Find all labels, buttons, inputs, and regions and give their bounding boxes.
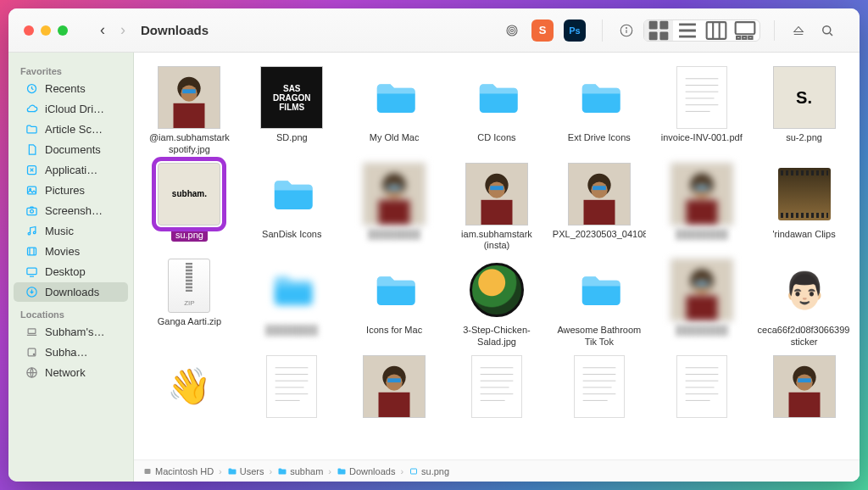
document-icon <box>266 355 317 418</box>
svg-rect-17 <box>737 36 740 39</box>
image-thumb <box>363 163 426 226</box>
svg-rect-97 <box>575 356 624 417</box>
file-item[interactable]: S.su-2.png <box>754 64 854 158</box>
airdrop-icon[interactable] <box>500 20 524 41</box>
image-thumb: SAS DRAGON FILMS <box>260 66 323 129</box>
back-button[interactable]: ‹ <box>100 21 105 39</box>
file-name: @iam.subhamstark spotify.jpg <box>142 132 236 156</box>
file-item[interactable] <box>344 354 445 423</box>
file-item[interactable]: 👋 <box>139 354 240 423</box>
path-segment[interactable]: subham <box>277 466 323 476</box>
file-item[interactable]: invoice-INV-001.pdf <box>651 64 752 158</box>
path-segment[interactable]: Macintosh HD <box>142 466 214 476</box>
file-item[interactable]: ████████ <box>651 257 752 350</box>
sidebar-item-screensh[interactable]: Screensh… <box>14 201 128 220</box>
sidebar-item-subhams[interactable]: Subham's… <box>14 322 128 342</box>
file-item[interactable]: CD Icons <box>447 64 548 158</box>
svg-rect-18 <box>743 36 746 39</box>
sidebar-item-recents[interactable]: Recents <box>14 79 128 98</box>
list-view-button[interactable] <box>673 20 702 41</box>
svg-rect-31 <box>28 248 36 255</box>
document-icon <box>676 355 727 418</box>
minimize-window-button[interactable] <box>41 25 51 36</box>
file-item[interactable] <box>242 354 342 423</box>
file-item[interactable]: ████████ <box>242 257 342 350</box>
file-item[interactable] <box>651 354 752 423</box>
path-segment[interactable]: su.png <box>409 466 449 476</box>
folder-icon <box>260 163 323 226</box>
sidebar-item-label: Recents <box>45 82 86 95</box>
svg-rect-104 <box>677 356 726 417</box>
file-item[interactable]: PXL_20230503_04108900.jpg <box>548 161 649 254</box>
svg-rect-13 <box>707 22 726 39</box>
gallery-view-button[interactable] <box>731 20 760 41</box>
image-thumb <box>670 259 733 321</box>
fullscreen-window-button[interactable] <box>58 25 68 36</box>
sidebar-item-music[interactable]: Music <box>14 221 128 241</box>
sidebar-item-label: Movies <box>45 245 80 258</box>
file-item[interactable] <box>548 354 649 423</box>
icon-view-button[interactable] <box>644 20 673 41</box>
file-item[interactable] <box>754 354 854 423</box>
column-view-button[interactable] <box>702 20 731 41</box>
file-name: Icons for Mac <box>366 325 422 337</box>
svg-rect-16 <box>736 22 755 34</box>
file-item[interactable]: ████████ <box>344 161 445 254</box>
file-name: ceca66f2d08f3066399…-sticker <box>758 325 851 348</box>
sidebar-item-label: Pictures <box>45 184 85 197</box>
svg-rect-114 <box>798 378 811 382</box>
image-thumb <box>363 355 426 418</box>
view-switcher <box>643 19 760 42</box>
sidebar-item-articlesc[interactable]: Article Sc… <box>14 120 128 139</box>
sidebar-item-applicati[interactable]: Applicati… <box>14 160 128 180</box>
close-window-button[interactable] <box>24 25 34 36</box>
svg-point-0 <box>511 29 514 31</box>
file-item[interactable]: 'rindawan Clips <box>754 161 854 254</box>
app-icon-photoshop[interactable]: Ps <box>564 19 586 42</box>
path-segment[interactable]: Users <box>227 466 264 476</box>
nav-arrows: ‹ › <box>100 21 125 39</box>
file-item[interactable]: Icons for Mac <box>344 257 445 350</box>
file-name: su-2.png <box>786 132 822 144</box>
path-segment[interactable]: Downloads <box>337 466 395 476</box>
file-name: ████████ <box>676 229 728 241</box>
info-button[interactable] <box>615 20 638 41</box>
file-item[interactable]: iam.subhamstark (insta) <box>447 161 548 254</box>
sidebar-item-subha[interactable]: Subha… <box>14 342 128 362</box>
chevron-right-icon: › <box>400 466 403 476</box>
file-item[interactable]: ████████ <box>651 161 752 254</box>
file-item[interactable]: SAS DRAGON FILMSSD.png <box>242 64 342 158</box>
file-item[interactable]: ZIPGanga Aarti.zip <box>139 257 240 350</box>
sidebar-item-label: Applicati… <box>45 164 97 176</box>
search-icon[interactable] <box>815 20 839 41</box>
sidebar-item-desktop[interactable]: Desktop <box>14 262 128 281</box>
sidebar-item-documents[interactable]: Documents <box>14 140 128 159</box>
sidebar-item-label: Article Sc… <box>45 123 103 136</box>
sidebar-item-movies[interactable]: Movies <box>14 242 128 261</box>
sidebar-item-label: Music <box>45 225 74 237</box>
file-item[interactable]: Awesome Bathroom Tik Tok <box>548 257 649 350</box>
forward-button[interactable]: › <box>120 21 125 39</box>
app-icon-s[interactable]: S <box>531 19 554 42</box>
sidebar-item-network[interactable]: Network <box>14 363 128 382</box>
folder-icon <box>773 163 836 226</box>
content-area: @iam.subhamstark spotify.jpgSAS DRAGON F… <box>134 53 860 482</box>
sidebar-item-pictures[interactable]: Pictures <box>14 181 128 200</box>
file-name: CD Icons <box>477 132 515 144</box>
image-thumb <box>670 163 733 226</box>
sidebar-item-iclouddri[interactable]: iCloud Dri… <box>14 99 128 119</box>
file-item[interactable]: @iam.subhamstark spotify.jpg <box>139 64 240 158</box>
file-item[interactable]: SanDisk Icons <box>242 161 342 254</box>
file-item[interactable]: subham.su.png <box>139 161 240 254</box>
file-item[interactable]: Ext Drive Icons <box>548 64 649 158</box>
image-thumb: S. <box>773 66 836 129</box>
path-label: su.png <box>421 466 449 476</box>
file-item[interactable]: My Old Mac <box>344 64 445 158</box>
svg-rect-56 <box>387 186 401 190</box>
file-item[interactable] <box>447 354 548 423</box>
sidebar-item-downloads[interactable]: Downloads <box>14 282 128 302</box>
eject-icon[interactable] <box>787 20 810 41</box>
file-item[interactable]: 👨🏻ceca66f2d08f3066399…-sticker <box>754 257 854 350</box>
file-item[interactable]: 3-Step-Chicken-Salad.jpg <box>447 257 548 350</box>
file-name: Awesome Bathroom Tik Tok <box>553 325 646 348</box>
